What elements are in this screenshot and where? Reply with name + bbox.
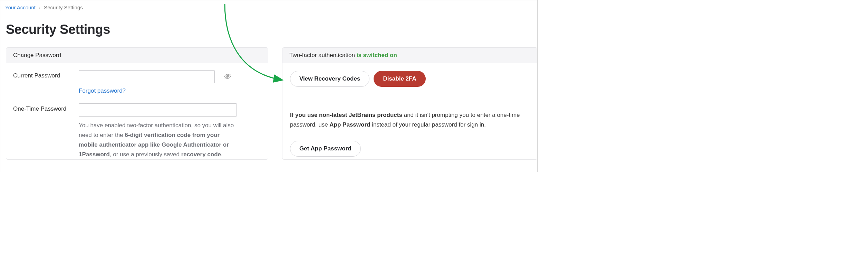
view-recovery-codes-button[interactable]: View Recovery Codes bbox=[290, 71, 369, 87]
disable-2fa-button[interactable]: Disable 2FA bbox=[374, 71, 425, 87]
get-app-password-button[interactable]: Get App Password bbox=[290, 141, 361, 157]
current-password-label: Current Password bbox=[13, 70, 79, 79]
page-title: Security Settings bbox=[0, 14, 537, 47]
current-password-input[interactable] bbox=[79, 70, 215, 83]
breadcrumb-root-link[interactable]: Your Account bbox=[5, 4, 36, 10]
forgot-password-link[interactable]: Forgot password? bbox=[79, 87, 126, 94]
twofa-status: is switched on bbox=[357, 52, 397, 58]
otp-input[interactable] bbox=[79, 103, 237, 117]
change-password-header: Change Password bbox=[6, 48, 268, 63]
otp-help-text: You have enabled two-factor authenticati… bbox=[79, 121, 238, 159]
breadcrumb-current: Security Settings bbox=[44, 4, 83, 10]
chevron-right-icon: › bbox=[39, 5, 40, 10]
breadcrumb: Your Account › Security Settings bbox=[0, 0, 537, 14]
otp-label: One-Time Password bbox=[13, 103, 79, 112]
app-password-info: If you use non-latest JetBrains products… bbox=[290, 110, 530, 130]
eye-off-icon[interactable] bbox=[224, 73, 231, 81]
change-password-panel: Change Password Current Password Forgot … bbox=[6, 47, 268, 160]
twofa-header: Two-factor authentication is switched on bbox=[282, 48, 537, 63]
twofa-panel: Two-factor authentication is switched on… bbox=[282, 47, 538, 160]
